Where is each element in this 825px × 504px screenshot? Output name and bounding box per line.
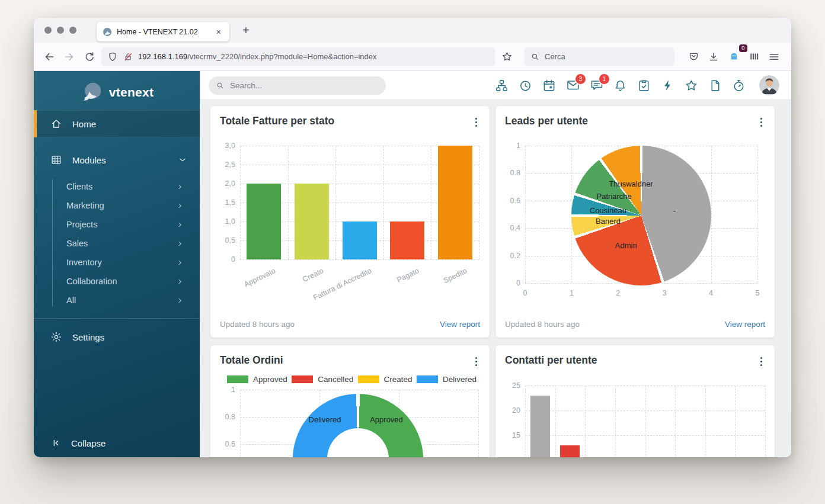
sidebar-item-settings[interactable]: Settings bbox=[34, 325, 200, 349]
grid-line-vertical bbox=[240, 390, 241, 457]
new-tab-button[interactable]: + bbox=[238, 23, 254, 38]
global-search-input[interactable]: Search... bbox=[209, 76, 386, 95]
grid-line-vertical bbox=[335, 146, 336, 259]
browser-search-placeholder: Cerca bbox=[545, 52, 565, 61]
sidebar-item-projects[interactable]: Projects bbox=[34, 215, 200, 234]
x-axis-category-label: Spedito bbox=[442, 267, 468, 285]
user-avatar[interactable] bbox=[759, 75, 779, 95]
documents-button[interactable] bbox=[708, 78, 722, 93]
view-report-link[interactable]: View report bbox=[440, 320, 480, 329]
tab-title: Home - VTENEXT 21.02 bbox=[117, 28, 209, 36]
window-controls[interactable] bbox=[44, 27, 76, 34]
y-axis-tick-label: 15 bbox=[499, 431, 520, 439]
card-menu-kebab-icon[interactable] bbox=[756, 115, 766, 130]
pocket-button[interactable] bbox=[685, 49, 702, 65]
legend-label: Delivered bbox=[443, 375, 477, 384]
url-text[interactable]: 192.168.1.169/vtecrmv_2220/index.php?mod… bbox=[138, 52, 377, 61]
download-icon bbox=[708, 51, 720, 63]
grid-line-vertical bbox=[525, 146, 526, 283]
menu-button[interactable] bbox=[766, 49, 782, 65]
sidebar-item-sales[interactable]: Sales bbox=[34, 234, 200, 253]
sidebar-divider bbox=[34, 318, 200, 319]
url-path: /vtecrmv_2220/index.php?module=Home&acti… bbox=[187, 52, 376, 61]
sidebar-item-collaboration[interactable]: Collaboration bbox=[34, 272, 200, 291]
back-button[interactable] bbox=[41, 49, 57, 65]
sidebar-item-marketing[interactable]: Marketing bbox=[34, 196, 200, 215]
sidebar-item-inventory[interactable]: Inventory bbox=[34, 253, 200, 272]
card-menu-kebab-icon[interactable] bbox=[471, 354, 481, 369]
card-title: Totale Ordini bbox=[220, 354, 283, 367]
x-axis-category-label: Approvato bbox=[243, 267, 277, 289]
view-report-link[interactable]: View report bbox=[725, 320, 765, 329]
stopwatch-icon bbox=[732, 79, 746, 92]
downloads-button[interactable] bbox=[705, 49, 722, 65]
window-minimize-button[interactable] bbox=[57, 27, 64, 34]
x-axis-tick-label: 0 bbox=[523, 289, 527, 297]
sidebar-item-all[interactable]: All bbox=[34, 291, 200, 310]
chevron-right-icon bbox=[177, 259, 183, 266]
x-axis-tick-label: 1 bbox=[570, 289, 574, 297]
grid-line-vertical bbox=[735, 386, 736, 457]
y-axis-tick-label: 3,0 bbox=[214, 142, 235, 150]
chevron-right-icon bbox=[177, 184, 183, 190]
sidebar-item-label: Collaboration bbox=[66, 277, 117, 286]
favorites-button[interactable] bbox=[684, 78, 699, 93]
sidebar-collapse-button[interactable]: Collapse bbox=[34, 431, 200, 455]
browser-toolbar: 192.168.1.169/vtecrmv_2220/index.php?mod… bbox=[34, 43, 791, 71]
reload-button[interactable] bbox=[81, 49, 98, 65]
card-title: Leads per utente bbox=[505, 115, 588, 127]
grid-line-horizontal bbox=[240, 390, 478, 390]
card-menu-kebab-icon[interactable] bbox=[756, 354, 766, 369]
mail-button[interactable]: 3 bbox=[565, 78, 580, 93]
sidebar-item-home[interactable]: Home bbox=[34, 110, 200, 137]
bookmark-star-button[interactable] bbox=[498, 49, 515, 65]
tracking-shield-icon[interactable] bbox=[107, 52, 118, 62]
calendar-icon bbox=[542, 79, 556, 92]
legend-item: Approved bbox=[227, 375, 287, 384]
sidebar-item-label: Inventory bbox=[66, 258, 102, 267]
insecure-connection-icon[interactable] bbox=[123, 52, 133, 62]
bar-creato bbox=[295, 184, 329, 259]
star-icon bbox=[685, 79, 698, 92]
processes-icon bbox=[495, 79, 509, 92]
legend-label: Approved bbox=[253, 375, 287, 384]
containers-button[interactable] bbox=[746, 49, 762, 65]
browser-search-field[interactable]: Cerca bbox=[525, 47, 674, 66]
card-updated-text: Updated 8 hours ago bbox=[220, 320, 295, 329]
tasks-button[interactable] bbox=[637, 78, 651, 93]
chat-button[interactable]: 1 bbox=[589, 78, 604, 93]
chevron-right-icon bbox=[177, 203, 183, 209]
notifications-button[interactable] bbox=[613, 78, 628, 93]
y-axis-tick-label: 0.2 bbox=[499, 252, 520, 260]
processes-button[interactable] bbox=[494, 78, 509, 93]
forward-button[interactable] bbox=[61, 49, 78, 65]
bar-spedito bbox=[438, 146, 472, 259]
tab-close-icon[interactable]: × bbox=[214, 27, 223, 37]
topbar-icon-row: 3 1 bbox=[494, 75, 779, 95]
browser-window: Home - VTENEXT 21.02 × + 192.168.1.169/v… bbox=[34, 18, 791, 457]
extension-ghostery-button[interactable]: 0 bbox=[725, 49, 742, 65]
window-zoom-button[interactable] bbox=[69, 27, 76, 34]
sidebar-item-clients[interactable]: Clients bbox=[34, 177, 200, 196]
window-close-button[interactable] bbox=[44, 27, 52, 34]
collapse-icon bbox=[50, 438, 61, 448]
vtenext-favicon bbox=[103, 27, 112, 37]
home-icon bbox=[50, 118, 62, 130]
timer-button[interactable] bbox=[731, 78, 746, 93]
active-tab[interactable]: Home - VTENEXT 21.02 × bbox=[97, 22, 229, 41]
card-menu-kebab-icon[interactable] bbox=[471, 115, 481, 130]
donut-segment-label: Approved bbox=[370, 415, 403, 424]
history-button[interactable] bbox=[518, 78, 533, 93]
mail-badge: 3 bbox=[575, 74, 586, 84]
pie-slice-label: Cousineau bbox=[590, 206, 626, 215]
avatar-photo bbox=[759, 75, 779, 95]
quick-actions-button[interactable] bbox=[660, 78, 675, 93]
url-host: 192.168.1.169 bbox=[138, 52, 187, 61]
calendar-button[interactable] bbox=[542, 78, 557, 93]
card-contatti-per-utente: 252015 Contatti per utente bbox=[495, 345, 775, 457]
pie-slice-label: Thuswaldner bbox=[609, 179, 653, 188]
address-bar[interactable]: 192.168.1.169/vtecrmv_2220/index.php?mod… bbox=[101, 47, 495, 66]
sidebar-item-modules[interactable]: Modules bbox=[34, 147, 200, 172]
grid-line-vertical bbox=[615, 386, 616, 457]
card-leads-per-utente: 10.80.60.40.20012345-AdminBanerdCousinea… bbox=[495, 106, 775, 338]
